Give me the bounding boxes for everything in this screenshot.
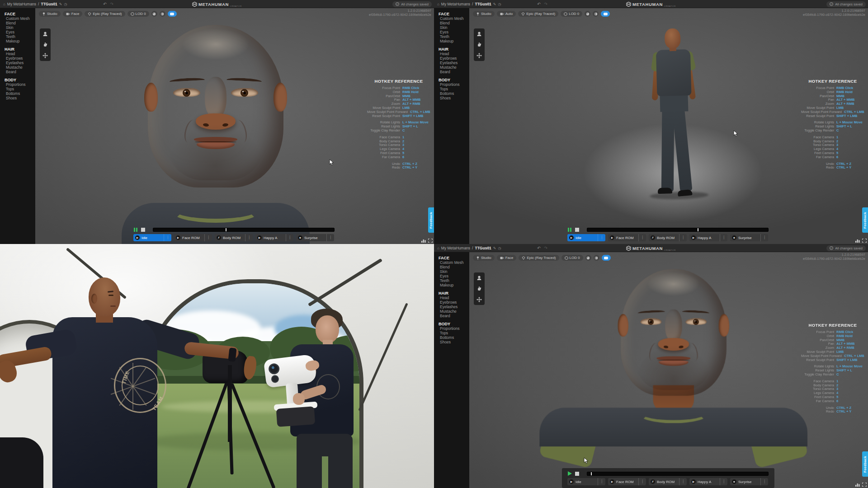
grab-tool-icon[interactable] bbox=[41, 41, 49, 48]
grab-tool-icon[interactable] bbox=[475, 285, 483, 292]
preview-toggle[interactable] bbox=[602, 255, 611, 261]
animation-clip-chip[interactable]: ▶ Face ROM ⋮ bbox=[174, 234, 212, 241]
clip-menu-icon[interactable]: ⋮ bbox=[679, 478, 687, 485]
sidebar-entry[interactable]: Bottoms bbox=[439, 336, 467, 340]
sidebar-entry[interactable]: Teeth bbox=[439, 35, 467, 39]
playhead[interactable] bbox=[698, 228, 698, 231]
sidebar-entry[interactable]: Head bbox=[439, 296, 467, 300]
sidebar-entry[interactable]: Skin bbox=[439, 270, 467, 274]
clip-menu-icon[interactable]: ⋮ bbox=[720, 234, 727, 241]
sidebar-entry[interactable]: Eyelashes bbox=[439, 61, 467, 65]
body-viewport[interactable]: Studio Auto Epic (Ray Traced) LOD 0 bbox=[469, 8, 868, 244]
environment-chip[interactable]: Studio bbox=[473, 11, 495, 17]
sidebar-entry[interactable]: Eyebrows bbox=[439, 300, 467, 305]
sidebar-entry[interactable]: HAIR bbox=[439, 47, 467, 52]
playhead[interactable] bbox=[591, 472, 592, 475]
sidebar-entry[interactable]: Head bbox=[5, 52, 33, 56]
screenshot-button[interactable] bbox=[585, 255, 591, 261]
clay-render-button[interactable] bbox=[160, 11, 165, 17]
animation-clip-chip[interactable]: ▶ Face ROM ⋮ bbox=[608, 234, 646, 241]
sidebar-entry[interactable]: Mustache bbox=[5, 66, 33, 70]
sidebar-entry[interactable]: Eyes bbox=[439, 274, 467, 278]
quality-chip[interactable]: Epic (Ray Traced) bbox=[519, 255, 559, 261]
screenshot-button[interactable] bbox=[585, 11, 590, 17]
sidebar-entry[interactable]: Blend bbox=[439, 21, 467, 25]
timeline-scrubber[interactable] bbox=[587, 228, 769, 232]
sculpt-tool-icon[interactable] bbox=[475, 30, 483, 38]
sidebar-entry[interactable]: Proportions bbox=[5, 83, 33, 87]
environment-chip[interactable]: Studio bbox=[39, 11, 61, 17]
lod-chip[interactable]: LOD 0 bbox=[561, 11, 582, 17]
sidebar-entry[interactable]: Mustache bbox=[439, 310, 467, 314]
sidebar-entry[interactable]: Eyebrows bbox=[5, 56, 33, 61]
clip-menu-icon[interactable]: ⋮ bbox=[760, 478, 768, 485]
clip-menu-icon[interactable]: ⋮ bbox=[679, 234, 687, 241]
face-viewport[interactable]: Studio Face Epic (Ray Traced) LOD 0 bbox=[469, 252, 868, 488]
sidebar-entry[interactable]: Teeth bbox=[439, 279, 467, 283]
move-tool-icon[interactable] bbox=[475, 296, 483, 303]
clay-render-button[interactable] bbox=[594, 255, 599, 261]
animation-clip-chip[interactable]: ☻ Surprise ⋮ bbox=[296, 234, 334, 241]
preview-toggle[interactable] bbox=[601, 11, 610, 17]
sidebar-entry[interactable]: Bottoms bbox=[5, 92, 33, 96]
stats-icon[interactable] bbox=[855, 239, 860, 243]
camera-mode-chip[interactable]: Face bbox=[63, 11, 83, 17]
playhead[interactable] bbox=[226, 228, 226, 231]
sculpt-tool-icon[interactable] bbox=[475, 274, 483, 282]
animation-clip-chip[interactable]: ☻ Surprise ⋮ bbox=[730, 234, 768, 241]
animation-clip-chip[interactable]: ✗ Body ROM ⋮ bbox=[649, 234, 687, 241]
sidebar-entry[interactable]: Tops bbox=[5, 87, 33, 91]
lod-chip[interactable]: LOD 0 bbox=[127, 11, 149, 17]
feedback-tab[interactable]: Feedback bbox=[428, 207, 434, 233]
sidebar-entry[interactable]: Bottoms bbox=[439, 92, 467, 96]
sidebar-entry[interactable]: Eyes bbox=[439, 30, 467, 34]
clip-menu-icon[interactable]: ⋮ bbox=[286, 234, 293, 241]
animation-clip-chip[interactable]: ▶ Happy A ⋮ bbox=[689, 478, 727, 485]
timeline-scrubber[interactable] bbox=[587, 472, 769, 476]
camera-mode-chip[interactable]: Auto bbox=[497, 11, 516, 17]
sidebar-entry[interactable]: FACE bbox=[439, 12, 467, 16]
clip-menu-icon[interactable]: ⋮ bbox=[598, 234, 605, 241]
play-pause-button[interactable] bbox=[133, 227, 138, 232]
move-tool-icon[interactable] bbox=[41, 52, 49, 59]
animation-clip-chip[interactable]: ▶ Idle ⋮ bbox=[567, 234, 605, 241]
timeline-scrubber[interactable] bbox=[153, 228, 335, 232]
screenshot-button[interactable] bbox=[151, 11, 157, 17]
play-pause-button[interactable] bbox=[567, 471, 572, 476]
stop-button[interactable] bbox=[575, 472, 579, 476]
sidebar-entry[interactable]: Eyebrows bbox=[439, 56, 467, 61]
clip-menu-icon[interactable]: ⋮ bbox=[720, 478, 727, 485]
stop-button[interactable] bbox=[575, 228, 579, 232]
sidebar-entry[interactable]: Proportions bbox=[439, 83, 467, 87]
clip-menu-icon[interactable]: ⋮ bbox=[760, 234, 768, 241]
sidebar-entry[interactable]: Blend bbox=[439, 265, 467, 269]
clip-menu-icon[interactable]: ⋮ bbox=[598, 478, 605, 485]
quality-chip[interactable]: Epic (Ray Traced) bbox=[518, 11, 558, 17]
sidebar-entry[interactable]: Eyelashes bbox=[5, 61, 33, 65]
preview-toggle[interactable] bbox=[168, 11, 177, 17]
sidebar-entry[interactable]: Custom Mesh bbox=[439, 261, 467, 265]
feedback-tab[interactable]: Feedback bbox=[862, 207, 868, 233]
fullscreen-icon[interactable] bbox=[862, 483, 867, 487]
quality-chip[interactable]: Epic (Ray Traced) bbox=[85, 11, 125, 17]
animation-clip-chip[interactable]: ▶ Happy A ⋮ bbox=[255, 234, 293, 241]
sculpt-tool-icon[interactable] bbox=[41, 30, 49, 38]
fullscreen-icon[interactable] bbox=[862, 239, 867, 243]
clip-menu-icon[interactable]: ⋮ bbox=[638, 478, 646, 485]
sidebar-entry[interactable]: Tops bbox=[439, 87, 467, 91]
sidebar-entry[interactable]: HAIR bbox=[439, 291, 467, 296]
stop-button[interactable] bbox=[141, 228, 145, 232]
sidebar-entry[interactable]: Beard bbox=[5, 70, 33, 74]
sidebar-entry[interactable]: Proportions bbox=[439, 327, 467, 331]
fullscreen-icon[interactable] bbox=[428, 239, 433, 243]
sidebar-entry[interactable]: Skin bbox=[439, 26, 467, 30]
sidebar-entry[interactable]: HAIR bbox=[5, 47, 33, 52]
sidebar-entry[interactable]: BODY bbox=[5, 78, 33, 82]
environment-chip[interactable]: Studio bbox=[473, 255, 495, 261]
sidebar-entry[interactable]: Shoes bbox=[439, 96, 467, 100]
stats-icon[interactable] bbox=[421, 239, 426, 243]
sidebar-entry[interactable]: BODY bbox=[439, 78, 467, 82]
clip-menu-icon[interactable]: ⋮ bbox=[326, 234, 334, 241]
clip-menu-icon[interactable]: ⋮ bbox=[638, 234, 646, 241]
sidebar-entry[interactable]: Skin bbox=[5, 26, 33, 30]
